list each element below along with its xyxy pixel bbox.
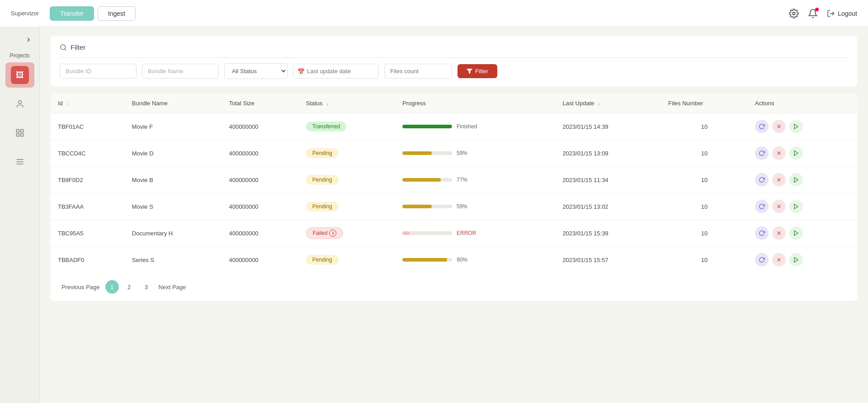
bundle-id-input[interactable] (60, 64, 137, 79)
table-section: Id ↓ Bundle Name Total Size Status ↓ Pro… (51, 94, 857, 301)
top-nav: Supervizor Transfer Ingest Logout (0, 0, 868, 27)
play-button[interactable] (789, 120, 803, 133)
page-2-button[interactable]: 2 (123, 280, 136, 294)
progress-bar-bg (402, 258, 452, 262)
sidebar-item-grid[interactable] (5, 120, 34, 145)
play-icon (793, 150, 799, 156)
cancel-button[interactable] (772, 226, 786, 240)
cell-id: TBCCD4C (51, 140, 125, 167)
cancel-button[interactable] (772, 200, 786, 213)
sort-update-icon: ↓ (598, 101, 600, 106)
play-button[interactable] (789, 146, 803, 160)
cell-last-update: 2023/01/15 15:39 (555, 220, 661, 247)
progress-bar-fill (402, 125, 452, 128)
cell-id: TBC95A5 (51, 220, 125, 247)
progress-wrap: 90% (402, 257, 548, 263)
actions-wrap (755, 120, 850, 133)
cell-files-number: 10 (661, 220, 748, 247)
svg-marker-12 (467, 69, 472, 74)
status-badge: Pending (306, 202, 339, 211)
cancel-button[interactable] (772, 120, 786, 133)
projects-label: Projects (10, 52, 29, 59)
progress-bar-fill (402, 205, 432, 208)
cell-bundle-name: Movie B (125, 167, 222, 193)
sidebar-item-image[interactable]: 🖼 (5, 62, 34, 88)
cell-last-update: 2023/01/15 13:09 (555, 140, 661, 167)
table-header-row: Id ↓ Bundle Name Total Size Status ↓ Pro… (51, 94, 857, 113)
transfer-tab[interactable]: Transfer (50, 6, 94, 21)
notification-button[interactable] (808, 9, 818, 19)
image-icon: 🖼 (11, 66, 29, 84)
prev-page-link[interactable]: Previous Page (60, 283, 102, 291)
svg-marker-27 (794, 231, 798, 236)
cell-progress: 77% (395, 167, 555, 193)
cell-id: TB3FAAA (51, 193, 125, 220)
status-badge: Pending (306, 175, 339, 185)
svg-marker-18 (794, 151, 798, 156)
progress-label: ERROR (457, 230, 479, 236)
logout-icon (827, 9, 835, 18)
sidebar-item-list[interactable] (5, 149, 34, 174)
refresh-button[interactable] (755, 146, 769, 160)
cell-files-number: 10 (661, 193, 748, 220)
progress-wrap: ERROR (402, 230, 548, 236)
filter-button[interactable]: Filter (458, 64, 497, 78)
play-button[interactable] (789, 226, 803, 240)
progress-bar-bg (402, 205, 452, 208)
filter-section: Filter All Status Transferred Pending Fa… (51, 36, 857, 86)
sort-id-icon: ↓ (66, 101, 69, 106)
x-icon (776, 230, 782, 236)
status-select[interactable]: All Status Transferred Pending Failed (224, 63, 288, 79)
cell-progress: Finished (395, 113, 555, 140)
col-status: Status ↓ (299, 94, 395, 113)
play-button[interactable] (789, 253, 803, 267)
cancel-button[interactable] (772, 173, 786, 187)
refresh-button[interactable] (755, 120, 769, 133)
play-button[interactable] (789, 200, 803, 213)
files-count-input[interactable] (384, 64, 452, 79)
settings-button[interactable] (789, 9, 799, 19)
refresh-button[interactable] (755, 253, 769, 267)
logout-button[interactable]: Logout (827, 9, 857, 18)
progress-bar-fill (402, 231, 410, 235)
sidebar-item-person[interactable] (5, 91, 34, 117)
cell-total-size: 400000000 (222, 247, 298, 273)
progress-bar-bg (402, 178, 452, 182)
page-1-button[interactable]: 1 (105, 280, 119, 294)
cell-last-update: 2023/01/15 13:02 (555, 193, 661, 220)
sidebar-toggle[interactable] (21, 33, 36, 47)
ingest-tab[interactable]: Ingest (98, 6, 136, 21)
play-icon (793, 123, 799, 130)
date-input[interactable] (293, 64, 379, 79)
x-icon (776, 123, 782, 130)
person-icon (11, 95, 29, 113)
cell-last-update: 2023/01/15 15:57 (555, 247, 661, 273)
status-badge: Pending (306, 148, 339, 158)
x-icon (776, 177, 782, 183)
svg-point-0 (793, 12, 795, 15)
refresh-button[interactable] (755, 173, 769, 187)
svg-line-11 (65, 49, 66, 50)
cancel-button[interactable] (772, 253, 786, 267)
cell-actions (748, 220, 857, 247)
table-row: TBBADF0 Series S 400000000 Pending 90% 2… (51, 247, 857, 273)
filter-icon (467, 68, 472, 74)
logout-label: Logout (838, 10, 857, 17)
cell-status: Pending (299, 247, 395, 273)
next-page-link[interactable]: Next Page (157, 283, 188, 291)
progress-wrap: 59% (402, 203, 548, 210)
cell-files-number: 10 (661, 247, 748, 273)
cell-files-number: 10 (661, 140, 748, 167)
cell-bundle-name: Documentary H (125, 220, 222, 247)
cell-status: Pending (299, 193, 395, 220)
refresh-button[interactable] (755, 226, 769, 240)
svg-marker-24 (794, 204, 798, 209)
bundle-name-input[interactable] (142, 64, 219, 79)
filter-title: Filter (71, 43, 85, 51)
cancel-button[interactable] (772, 146, 786, 160)
play-button[interactable] (789, 173, 803, 187)
refresh-button[interactable] (755, 200, 769, 213)
page-3-button[interactable]: 3 (140, 280, 153, 294)
col-bundle-name: Bundle Name (125, 94, 222, 113)
layout: Projects 🖼 (0, 27, 868, 403)
